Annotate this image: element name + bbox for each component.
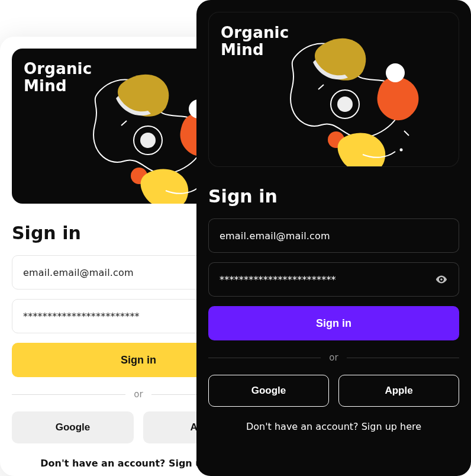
- signup-link[interactable]: Don't have an account? Sign up here: [208, 421, 459, 432]
- apple-label: Apple: [385, 385, 412, 397]
- social-row: Google Apple: [208, 375, 459, 407]
- divider-line: [208, 358, 321, 358]
- google-button[interactable]: Google: [208, 375, 329, 407]
- email-value: email.email@mail.com: [220, 230, 448, 242]
- or-divider: or: [208, 352, 459, 363]
- signin-button-label: Sign in: [316, 317, 351, 330]
- google-label: Google: [251, 385, 286, 397]
- divider-line: [12, 394, 125, 395]
- signin-heading: Sign in: [208, 186, 459, 207]
- divider-label: or: [321, 352, 346, 363]
- password-field[interactable]: ************************: [208, 262, 459, 297]
- divider-line: [347, 358, 459, 358]
- email-field[interactable]: email.email@mail.com: [208, 218, 459, 253]
- signin-card-dark: Organic Mind Sign in email.email@mail.co…: [196, 0, 471, 476]
- abstract-art-icon: [256, 18, 457, 167]
- google-button[interactable]: Google: [12, 411, 134, 443]
- google-label: Google: [56, 422, 91, 433]
- eye-icon[interactable]: [435, 273, 448, 286]
- hero-illustration: Organic Mind: [208, 12, 459, 167]
- divider-label: or: [125, 389, 151, 400]
- signin-button[interactable]: Sign in: [208, 306, 459, 340]
- signin-button-label: Sign in: [121, 354, 156, 366]
- apple-button[interactable]: Apple: [338, 375, 459, 407]
- password-value: ************************: [220, 274, 428, 285]
